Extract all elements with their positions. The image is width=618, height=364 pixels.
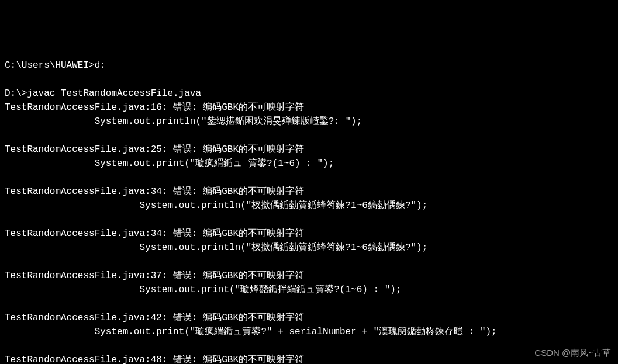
- terminal-line: TestRandomAccessFile.java:34: 错误: 编码GBK的…: [5, 185, 613, 199]
- terminal-output: C:\Users\HUAWEI>d: D:\>javac TestRandomA…: [5, 58, 613, 364]
- terminal-line: [5, 129, 613, 143]
- terminal-line: TestRandomAccessFile.java:42: 错误: 编码GBK的…: [5, 311, 613, 325]
- terminal-line: System.out.println("鈭缌揕鍎困欢涓旻殚鍊版嵖鍳?: ");: [5, 115, 613, 129]
- terminal-line: System.out.println("杈撳偊鍎勎簤鍎蜂笉鍊?1~6鎬勎偊鍊?"…: [5, 199, 613, 213]
- terminal-line: TestRandomAccessFile.java:34: 错误: 编码GBK的…: [5, 227, 613, 241]
- terminal-line: [5, 297, 613, 311]
- terminal-line: System.out.print("璇疯緭鍎ュ簤鍙?" + serialNumb…: [5, 325, 613, 339]
- terminal-line: TestRandomAccessFile.java:37: 错误: 编码GBK的…: [5, 269, 613, 283]
- terminal-line: [5, 339, 613, 353]
- terminal-line: TestRandomAccessFile.java:25: 错误: 编码GBK的…: [5, 143, 613, 157]
- terminal-line: TestRandomAccessFile.java:16: 错误: 编码GBK的…: [5, 100, 613, 115]
- terminal-line: System.out.println("杈撳偊鍎勎簤鍎蜂笉鍊?1~6鎬勎偊鍊?"…: [5, 241, 613, 255]
- terminal-line: [5, 213, 613, 227]
- terminal-line: [5, 171, 613, 185]
- terminal-line: D:\>javac TestRandomAccessFile.java: [5, 86, 613, 100]
- terminal-line: TestRandomAccessFile.java:48: 错误: 编码GBK的…: [5, 353, 613, 364]
- watermark: CSDN @南风~古草: [534, 346, 611, 360]
- terminal-line: [5, 255, 613, 269]
- terminal-line: C:\Users\HUAWEI>d:: [5, 58, 613, 72]
- terminal-line: System.out.print("璇烽嚭鍎拌緭鍎ュ簤鍙?(1~6) : ");: [5, 283, 613, 297]
- terminal-line: System.out.print("璇疯緭鍎ュ 簤鍙?(1~6) : ");: [5, 157, 613, 171]
- terminal-line: [5, 72, 613, 86]
